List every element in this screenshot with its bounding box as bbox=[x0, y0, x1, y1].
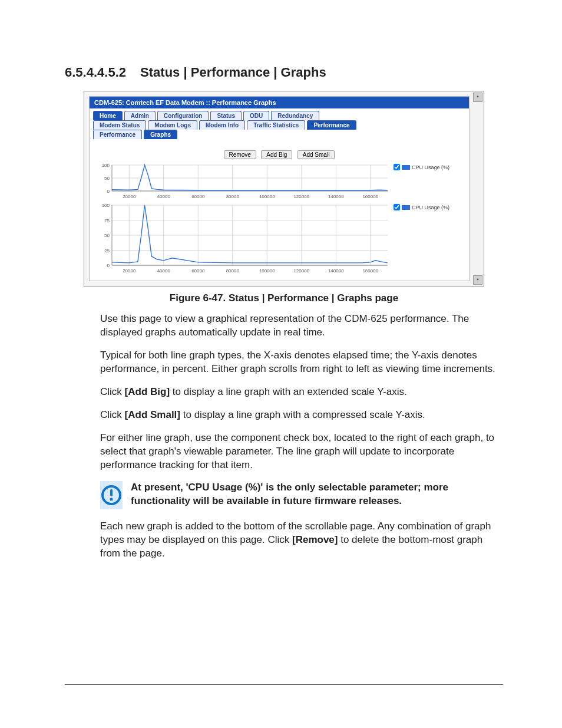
remove-button[interactable]: Remove bbox=[224, 150, 256, 159]
svg-text:75: 75 bbox=[104, 218, 110, 223]
secondary-tabs: Modem StatusModem LogsModem InfoTraffic … bbox=[90, 120, 469, 130]
chart-big: 2000040000600008000010000012000014000016… bbox=[90, 203, 469, 277]
svg-text:160000: 160000 bbox=[362, 268, 378, 274]
tab-configuration[interactable]: Configuration bbox=[157, 111, 209, 120]
tertiary-tabs: PerformanceGraphs bbox=[90, 130, 469, 139]
note-block: At present, 'CPU Usage (%)' is the only … bbox=[100, 481, 497, 509]
primary-tabs: HomeAdminConfigurationStatusODURedundanc… bbox=[90, 108, 469, 120]
tab-modem-logs[interactable]: Modem Logs bbox=[148, 120, 197, 130]
tab-admin[interactable]: Admin bbox=[124, 111, 156, 120]
tab-redundancy[interactable]: Redundancy bbox=[271, 111, 319, 120]
paragraph: Click [Add Small] to display a line grap… bbox=[100, 409, 497, 422]
svg-rect-53 bbox=[110, 489, 113, 496]
paragraph: Each new graph is added to the bottom of… bbox=[100, 520, 497, 561]
info-icon bbox=[100, 481, 123, 509]
svg-text:120000: 120000 bbox=[293, 268, 309, 274]
tab-modem-status[interactable]: Modem Status bbox=[93, 120, 146, 130]
section-heading: 6.5.4.4.5.2 Status | Performance | Graph… bbox=[65, 65, 503, 80]
tab-traffic-statistics[interactable]: Traffic Statistics bbox=[247, 120, 305, 130]
add-small-button[interactable]: Add Small bbox=[297, 150, 335, 159]
legend-swatch bbox=[402, 205, 410, 210]
svg-text:60000: 60000 bbox=[191, 268, 205, 274]
chart-small: 2000040000600008000010000012000014000016… bbox=[90, 163, 469, 203]
svg-text:100: 100 bbox=[102, 163, 110, 168]
svg-text:80000: 80000 bbox=[226, 194, 240, 199]
legend-item[interactable]: CPU Usage (%) bbox=[394, 204, 463, 210]
legend-checkbox[interactable] bbox=[394, 204, 400, 210]
scroll-up-icon[interactable]: ▪ bbox=[473, 93, 482, 102]
paragraph: For either line graph, use the component… bbox=[100, 431, 497, 472]
note-text: At present, 'CPU Usage (%)' is the only … bbox=[131, 481, 497, 508]
svg-text:60000: 60000 bbox=[191, 194, 205, 199]
svg-text:140000: 140000 bbox=[328, 194, 344, 199]
svg-text:120000: 120000 bbox=[293, 194, 309, 199]
svg-text:140000: 140000 bbox=[328, 268, 344, 274]
tab-home[interactable]: Home bbox=[93, 111, 123, 120]
legend-label: CPU Usage (%) bbox=[412, 205, 449, 210]
window-title: CDM-625: Comtech EF Data Modem :: Perfor… bbox=[90, 97, 469, 108]
paragraph: Typical for both line graph types, the X… bbox=[100, 349, 497, 376]
tab-graphs[interactable]: Graphs bbox=[144, 130, 177, 139]
svg-text:40000: 40000 bbox=[157, 268, 171, 274]
chart-big-svg: 2000040000600008000010000012000014000016… bbox=[95, 203, 390, 274]
paragraph: Use this page to view a graphical repres… bbox=[100, 312, 497, 340]
svg-text:50: 50 bbox=[104, 176, 110, 181]
paragraph: Click [Add Big] to display a line graph … bbox=[100, 386, 497, 399]
svg-text:160000: 160000 bbox=[362, 194, 378, 199]
svg-text:100000: 100000 bbox=[259, 194, 275, 199]
scroll-down-icon[interactable]: ▪ bbox=[473, 275, 482, 285]
svg-text:20000: 20000 bbox=[123, 194, 136, 199]
tab-odu[interactable]: ODU bbox=[243, 111, 269, 120]
figure-caption: Figure 6-47. Status | Performance | Grap… bbox=[65, 292, 503, 304]
section-title: Status | Performance | Graphs bbox=[140, 65, 326, 80]
svg-text:80000: 80000 bbox=[226, 268, 240, 274]
tab-status[interactable]: Status bbox=[210, 111, 242, 120]
section-number: 6.5.4.4.5.2 bbox=[65, 65, 126, 80]
button-bar: Remove Add Big Add Small bbox=[90, 143, 469, 163]
svg-point-54 bbox=[110, 498, 113, 501]
page-rule bbox=[65, 684, 503, 685]
svg-text:0: 0 bbox=[107, 189, 110, 194]
add-big-button[interactable]: Add Big bbox=[261, 150, 292, 159]
svg-text:100000: 100000 bbox=[259, 268, 275, 274]
legend-checkbox[interactable] bbox=[394, 164, 400, 170]
svg-text:20000: 20000 bbox=[123, 268, 136, 274]
svg-text:25: 25 bbox=[104, 248, 110, 253]
legend-item[interactable]: CPU Usage (%) bbox=[394, 164, 463, 170]
svg-text:0: 0 bbox=[107, 263, 110, 268]
legend-label: CPU Usage (%) bbox=[412, 164, 449, 170]
svg-text:50: 50 bbox=[104, 233, 110, 238]
chart-small-svg: 2000040000600008000010000012000014000016… bbox=[95, 163, 390, 199]
screenshot-panel: ▪ CDM-625: Comtech EF Data Modem :: Perf… bbox=[84, 91, 484, 286]
tab-modem-info[interactable]: Modem Info bbox=[199, 120, 245, 130]
tab-performance[interactable]: Performance bbox=[307, 120, 356, 130]
tab-performance[interactable]: Performance bbox=[93, 130, 142, 139]
svg-text:100: 100 bbox=[102, 203, 110, 208]
legend-swatch bbox=[402, 165, 410, 170]
svg-text:40000: 40000 bbox=[157, 194, 171, 199]
